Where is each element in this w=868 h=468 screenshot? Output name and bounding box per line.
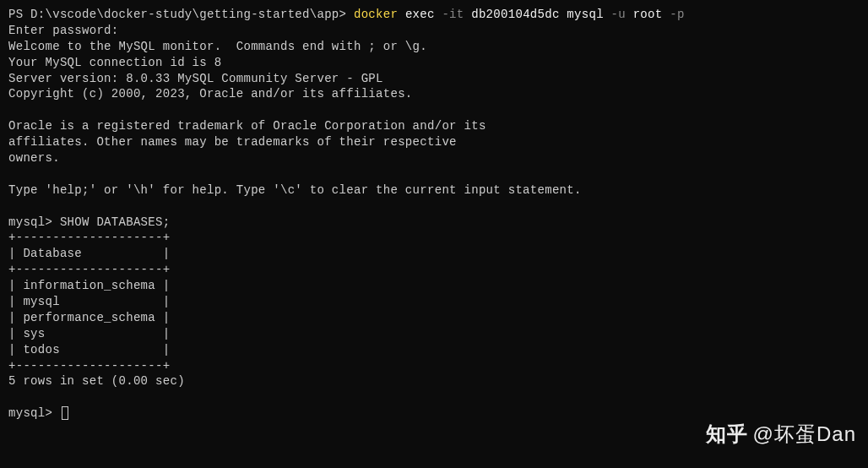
trademark-line-2: affiliates. Other names may be trademark… <box>8 134 860 150</box>
blank-line <box>8 199 860 215</box>
container-id: db200104d5dc <box>464 8 567 21</box>
mysql-prompt: mysql> <box>8 406 60 420</box>
table-header: | Database | <box>8 246 860 262</box>
mysql-show-databases: mysql> SHOW DATABASES; <box>8 215 860 231</box>
docker-keyword: docker <box>354 8 398 21</box>
table-border-bottom: +--------------------+ <box>8 358 860 374</box>
table-row: | todos | <box>8 342 860 358</box>
flag-p: -p <box>670 8 684 21</box>
table-row: | mysql | <box>8 294 860 310</box>
command-line: PS D:\vscode\docker-study\getting-starte… <box>8 7 860 23</box>
flags-it: -it <box>442 8 464 21</box>
ps-prompt: PS D:\vscode\docker-study\getting-starte… <box>8 8 354 21</box>
blank-line <box>8 166 860 182</box>
flag-u: -u <box>611 8 626 21</box>
trademark-line-3: owners. <box>8 150 860 166</box>
welcome-line: Welcome to the MySQL monitor. Commands e… <box>8 39 860 55</box>
root-user: root <box>626 8 670 21</box>
connection-id-line: Your MySQL connection id is 8 <box>8 55 860 71</box>
watermark-handle: @坏蛋Dan <box>753 421 856 448</box>
blank-line <box>8 102 860 118</box>
table-row: | performance_schema | <box>8 310 860 326</box>
mysql-cmd: mysql <box>567 8 610 21</box>
watermark-site: 知乎 <box>706 421 748 448</box>
exec-arg: exec <box>398 8 442 21</box>
terminal-output[interactable]: PS D:\vscode\docker-study\getting-starte… <box>8 7 860 422</box>
cursor <box>62 406 68 420</box>
copyright-line: Copyright (c) 2000, 2023, Oracle and/or … <box>8 86 860 102</box>
blank-line <box>8 389 860 405</box>
watermark: 知乎 @坏蛋Dan <box>706 421 856 448</box>
enter-password-line: Enter password: <box>8 23 860 39</box>
rows-in-set: 5 rows in set (0.00 sec) <box>8 373 860 389</box>
help-line: Type 'help;' or '\h' for help. Type '\c'… <box>8 182 860 199</box>
table-row: | sys | <box>8 326 860 342</box>
trademark-line-1: Oracle is a registered trademark of Orac… <box>8 118 860 134</box>
mysql-prompt-line: mysql> <box>8 405 860 422</box>
server-version-line: Server version: 8.0.33 MySQL Community S… <box>8 71 860 87</box>
table-border-mid: +--------------------+ <box>8 262 860 278</box>
table-border-top: +--------------------+ <box>8 230 860 246</box>
table-row: | information_schema | <box>8 278 860 294</box>
